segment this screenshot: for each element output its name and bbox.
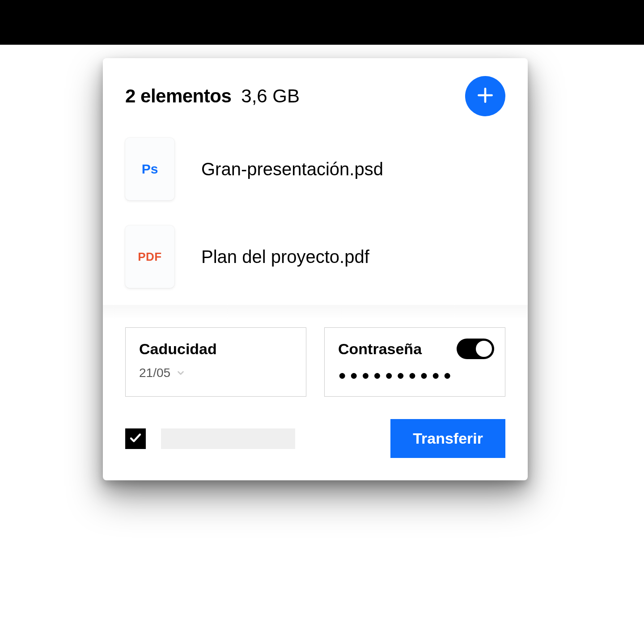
transfer-card: 2 elementos 3,6 GB Ps Gran-presentación.… (103, 58, 528, 480)
window-top-bar (0, 0, 644, 45)
expiry-title: Caducidad (139, 340, 292, 358)
bottom-row: Transferir (103, 415, 528, 458)
expiry-date-select[interactable]: 21/05 (139, 366, 292, 380)
header-row: 2 elementos 3,6 GB (103, 58, 528, 125)
total-size: 3,6 GB (241, 85, 300, 107)
password-option[interactable]: Contraseña ●●●●●●●●●● (324, 327, 505, 397)
pdf-file-icon: PDF (125, 225, 174, 288)
confirm-checkbox[interactable] (125, 428, 146, 449)
file-type-label: Ps (142, 161, 158, 177)
file-row[interactable]: Ps Gran-presentación.psd (103, 125, 528, 213)
chevron-down-icon (176, 368, 186, 378)
password-toggle[interactable] (457, 339, 494, 359)
add-file-button[interactable] (465, 76, 505, 116)
file-name: Plan del proyecto.pdf (201, 247, 369, 267)
expiry-option[interactable]: Caducidad 21/05 (125, 327, 306, 397)
transfer-button[interactable]: Transferir (390, 419, 505, 458)
toggle-knob (476, 341, 492, 357)
item-count: 2 elementos (125, 85, 231, 107)
file-row[interactable]: PDF Plan del proyecto.pdf (103, 213, 528, 301)
plus-icon (475, 85, 495, 107)
expiry-date-value: 21/05 (139, 366, 170, 380)
file-type-label: PDF (138, 250, 162, 264)
photoshop-file-icon: Ps (125, 138, 174, 200)
file-name: Gran-presentación.psd (201, 159, 383, 179)
password-masked-value: ●●●●●●●●●● (338, 368, 491, 383)
redacted-label (161, 428, 295, 449)
check-icon (129, 431, 142, 446)
options-row: Caducidad 21/05 Contraseña ●●●●●●●●●● (103, 323, 528, 415)
section-divider (103, 305, 528, 323)
